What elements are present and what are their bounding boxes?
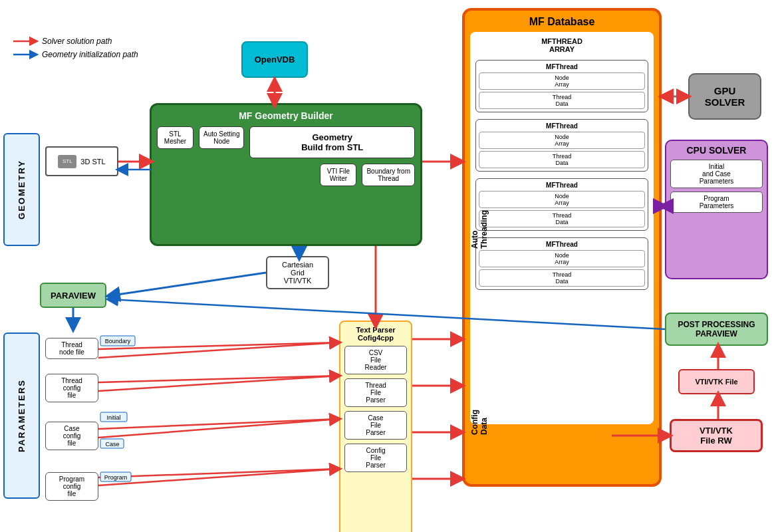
vtivtk-file-label: VTI/VTK File	[695, 378, 737, 386]
mfthread-3-label: MFThread	[479, 182, 645, 189]
svg-text:Initial: Initial	[106, 414, 120, 421]
vtivtk-rw-box: VTI/VTKFile RW	[670, 419, 763, 452]
parameters-box: PARAMETERS	[3, 332, 40, 499]
geometry-label: GEOMETRY	[17, 160, 27, 219]
csv-reader-box: CSVFileReader	[344, 346, 407, 374]
stl-mesher-box: STLMesher	[157, 126, 193, 149]
legend-red-label: Solver solution path	[42, 37, 112, 46]
svg-rect-21	[100, 336, 135, 346]
mfthread-4-label: MFThread	[479, 241, 645, 248]
svg-line-15	[98, 376, 339, 382]
cartesian-label: CartesianGridVTI/VTK	[282, 261, 313, 285]
initial-case-params-box: Initialand CaseParameters	[670, 160, 763, 188]
svg-rect-25	[100, 439, 124, 448]
svg-rect-27	[100, 472, 131, 481]
openvdb-label: OpenVDB	[255, 55, 295, 65]
mf-db-inner: MFTHREADARRAY MFThread NodeArray ThreadD…	[470, 32, 654, 424]
post-processing-box: POST PROCESSINGPARAVIEW	[665, 313, 768, 346]
mfthread-4-inner: NodeArray ThreadData	[479, 250, 645, 287]
geometry-box: GEOMETRY	[3, 133, 40, 246]
mf-geo-title: MF Geometry Builder	[157, 110, 415, 121]
boundary-thread-label: Boundary fromThread	[366, 168, 410, 182]
program-config-file-box: Programconfigfile	[45, 472, 98, 501]
stl-box: STL 3D STL	[45, 146, 118, 176]
thread-file-parser-label: ThreadFileParser	[365, 382, 386, 404]
parameters-label: PARAMETERS	[17, 379, 27, 452]
svg-line-17	[98, 419, 339, 429]
initial-case-params-label: Initialand CaseParameters	[700, 163, 734, 185]
geo-bottom-row: VTI FileWriter Boundary fromThread	[157, 164, 415, 186]
case-file-parser-label: CaseFileParser	[366, 414, 385, 436]
cpu-solver-title: CPU SOLVER	[670, 145, 763, 156]
legend-blue-label: Geometry initialization path	[42, 50, 138, 59]
legend-item-blue: Geometry initialization path	[12, 50, 138, 59]
thread-data-1: ThreadData	[479, 92, 645, 109]
stl-icon: STL	[58, 155, 76, 168]
svg-line-16	[98, 376, 339, 391]
node-array-4: NodeArray	[479, 250, 645, 267]
thread-data-4: ThreadData	[479, 269, 645, 287]
mfthread-2-label: MFThread	[479, 122, 645, 130]
mfthread-block-2: MFThread NodeArray ThreadData	[475, 119, 648, 172]
openvdb-box: OpenVDB	[241, 41, 308, 78]
post-processing-label: POST PROCESSINGPARAVIEW	[678, 320, 755, 338]
mfthread-2-inner: NodeArray ThreadData	[479, 132, 645, 168]
svg-line-18	[98, 419, 339, 438]
mf-geo-builder: MF Geometry Builder STLMesher Auto Setti…	[150, 103, 422, 246]
svg-line-13	[98, 342, 339, 349]
mfthread-3-inner: NodeArray ThreadData	[479, 191, 645, 227]
case-config-file-label: Caseconfigfile	[63, 425, 81, 447]
node-array-3: NodeArray	[479, 191, 645, 208]
svg-rect-23	[100, 412, 127, 422]
boundary-thread-box: Boundary fromThread	[362, 164, 415, 186]
thread-config-file-box: Threadconfigfile	[45, 374, 98, 402]
mfthread-1-inner: NodeArray ThreadData	[479, 72, 645, 109]
svg-line-19	[98, 469, 339, 477]
program-params-label: ProgramParameters	[700, 195, 734, 209]
case-config-file-box: Caseconfigfile	[45, 422, 98, 450]
paraview-label: PARAVIEW	[51, 291, 96, 301]
svg-text:Case: Case	[105, 441, 119, 448]
mf-database-outer: MF Database MFTHREADARRAY MFThread NodeA…	[462, 8, 662, 487]
text-parser-box: Text ParserCofig4cpp CSVFileReader Threa…	[339, 321, 412, 532]
auto-threading-label: AutoThreading	[470, 210, 489, 249]
mfthread-block-1: MFThread NodeArray ThreadData	[475, 60, 648, 112]
mfthread-array-label: MFTHREADARRAY	[475, 37, 648, 53]
thread-node-file-label: Threadnode file	[59, 341, 84, 356]
svg-text:Boundary: Boundary	[105, 338, 131, 344]
vtivtk-file-box: VTI/VTK File	[678, 369, 755, 394]
mfthread-block-3: MFThread NodeArray ThreadData	[475, 178, 648, 231]
mfthread-1-label: MFThread	[479, 63, 645, 70]
config-data-label: ConfigData	[470, 410, 489, 435]
program-config-file-label: Programconfigfile	[59, 475, 84, 497]
csv-reader-label: CSVFileReader	[365, 349, 387, 371]
config-file-parser-box: ConfigFileParser	[344, 444, 407, 472]
thread-node-file-box: Threadnode file	[45, 338, 98, 359]
auto-setting-label: Auto SettingNode	[203, 130, 239, 145]
gpu-solver-label: GPUSOLVER	[705, 85, 745, 108]
geo-build-label: GeometryBuild from STL	[301, 132, 363, 152]
auto-setting-box: Auto SettingNode	[199, 126, 244, 149]
legend-item-red: Solver solution path	[12, 37, 138, 46]
text-parser-title: Text ParserCofig4cpp	[344, 326, 407, 342]
gpu-solver-box: GPUSOLVER	[688, 73, 761, 120]
case-file-parser-box: CaseFileParser	[344, 411, 407, 440]
thread-file-parser-box: ThreadFileParser	[344, 378, 407, 407]
stl-mesher-label: STLMesher	[164, 130, 186, 145]
diagram-container: Solver solution path Geometry initializa…	[0, 0, 772, 532]
cpu-solver-outer: CPU SOLVER Initialand CaseParameters Pro…	[665, 140, 768, 279]
svg-line-20	[98, 469, 339, 485]
legend: Solver solution path Geometry initializa…	[12, 37, 138, 63]
thread-data-3: ThreadData	[479, 210, 645, 227]
svg-line-6	[108, 273, 266, 296]
paraview-box: PARAVIEW	[40, 283, 106, 308]
svg-line-14	[98, 342, 339, 358]
mf-database-title: MF Database	[470, 16, 654, 28]
vtivtk-rw-label: VTI/VTKFile RW	[700, 426, 733, 446]
thread-config-file-label: Threadconfigfile	[61, 377, 82, 399]
stl-icon-label: STL	[63, 158, 72, 164]
config-file-parser-label: ConfigFileParser	[366, 447, 385, 469]
svg-text:Program: Program	[104, 474, 128, 481]
geo-build-box: GeometryBuild from STL	[249, 126, 415, 158]
geo-inner: STLMesher Auto SettingNode GeometryBuild…	[157, 126, 415, 158]
